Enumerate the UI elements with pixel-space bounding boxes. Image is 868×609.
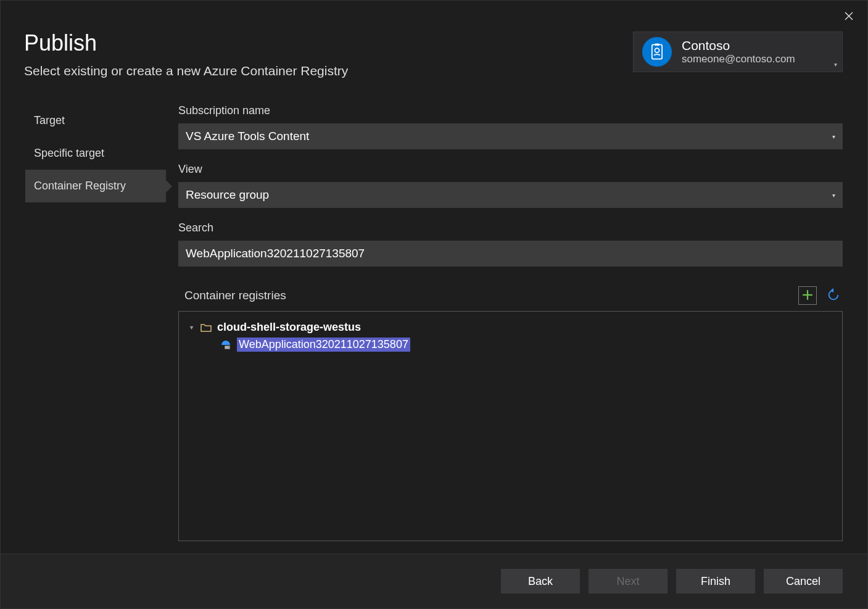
view-value: Resource group (186, 188, 269, 202)
finish-label: Finish (701, 575, 730, 588)
sidebar-item-label: Specific target (34, 147, 104, 159)
search-label: Search (178, 222, 843, 234)
account-email: someone@contoso.com (682, 53, 795, 65)
sidebar-item-target[interactable]: Target (25, 104, 166, 137)
tree-group-label: cloud-shell-storage-westus (217, 321, 361, 334)
cancel-label: Cancel (786, 575, 820, 588)
account-badge-icon (642, 37, 672, 67)
close-button[interactable] (838, 7, 860, 27)
registries-header: Container registries (178, 286, 843, 305)
close-icon (844, 10, 854, 24)
sidebar-item-label: Container Registry (34, 180, 126, 192)
wizard-steps: Target Specific target Container Registr… (25, 104, 166, 541)
subscription-label: Subscription name (178, 104, 843, 117)
plus-icon (802, 289, 813, 302)
dialog-header: Publish Select existing or create a new … (1, 27, 867, 91)
tree-group[interactable]: ▾ cloud-shell-storage-westus (185, 319, 836, 336)
container-registry-icon (220, 339, 232, 351)
registries-actions (798, 286, 843, 305)
refresh-icon (827, 288, 840, 304)
back-button[interactable]: Back (501, 569, 580, 594)
registries-tree[interactable]: ▾ cloud-shell-storage-westus WebApplicat… (178, 311, 843, 541)
subscription-select[interactable]: VS Azure Tools Content ▾ (178, 123, 843, 149)
svg-rect-2 (652, 44, 662, 59)
sidebar-item-specific-target[interactable]: Specific target (25, 137, 166, 170)
account-text: Contoso someone@contoso.com (682, 38, 795, 65)
chevron-down-icon: ▾ (832, 133, 835, 140)
refresh-button[interactable] (824, 286, 843, 305)
close-area (1, 1, 867, 27)
page-subtitle: Select existing or create a new Azure Co… (24, 64, 348, 78)
form-content: Subscription name VS Azure Tools Content… (178, 104, 843, 541)
view-label: View (178, 163, 843, 176)
svg-rect-8 (226, 346, 227, 348)
search-input[interactable]: WebApplication320211027135807 (178, 241, 843, 267)
sidebar-item-label: Target (34, 114, 65, 126)
dialog-footer: Back Next Finish Cancel (1, 553, 867, 608)
next-label: Next (616, 575, 639, 588)
search-value: WebApplication320211027135807 (186, 247, 365, 260)
account-company: Contoso (682, 38, 795, 53)
header-titles: Publish Select existing or create a new … (24, 30, 348, 78)
sidebar-item-container-registry[interactable]: Container Registry (25, 170, 166, 202)
tree-item-selected[interactable]: WebApplication320211027135807 (185, 336, 836, 354)
registries-title: Container registries (178, 289, 286, 302)
subscription-value: VS Azure Tools Content (186, 130, 309, 143)
create-new-button[interactable] (798, 286, 817, 305)
svg-rect-9 (228, 346, 229, 348)
chevron-down-icon: ▾ (834, 61, 837, 68)
next-button: Next (589, 569, 668, 594)
expander-icon[interactable]: ▾ (188, 324, 195, 331)
chevron-down-icon: ▾ (832, 192, 835, 199)
svg-point-3 (655, 48, 659, 52)
dialog-body: Target Specific target Container Registr… (1, 91, 867, 541)
account-picker[interactable]: Contoso someone@contoso.com ▾ (633, 31, 843, 72)
folder-icon (200, 321, 212, 334)
tree-item-label: WebApplication320211027135807 (237, 338, 410, 352)
page-title: Publish (24, 30, 348, 56)
publish-dialog: Publish Select existing or create a new … (0, 0, 868, 609)
view-select[interactable]: Resource group ▾ (178, 182, 843, 208)
cancel-button[interactable]: Cancel (764, 569, 843, 594)
back-label: Back (528, 575, 553, 588)
finish-button[interactable]: Finish (676, 569, 755, 594)
svg-rect-4 (655, 44, 659, 46)
